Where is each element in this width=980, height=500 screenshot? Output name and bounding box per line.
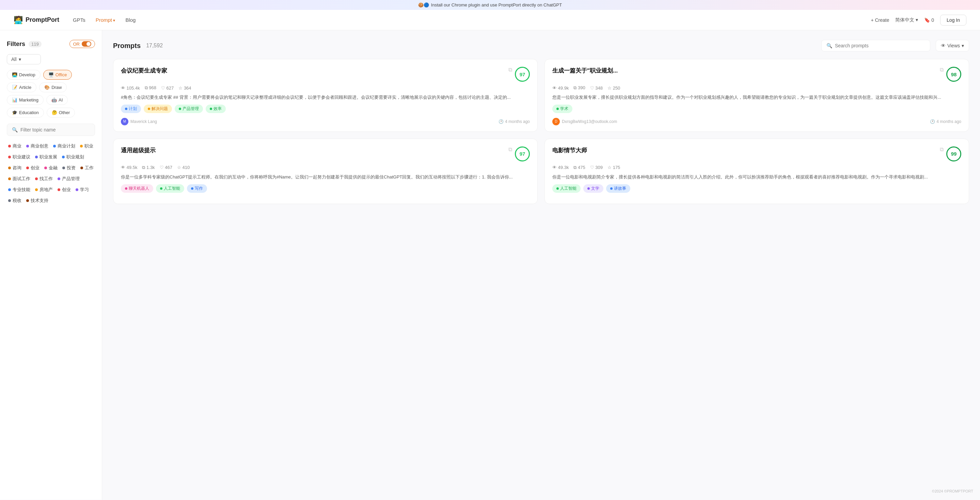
topic-tag[interactable]: 金融 bbox=[43, 164, 59, 172]
prompt-card[interactable]: 电影情节大师 ⧉ 99 👁 49.3k ⧉ 475 ♡ 309 ☆ 175 你是… bbox=[544, 139, 969, 204]
score-circle: 97 bbox=[515, 67, 530, 82]
views-stat: 👁 49.9k bbox=[552, 85, 569, 91]
nav-blog[interactable]: Blog bbox=[125, 16, 135, 24]
card-tag[interactable]: 产品管理 bbox=[175, 105, 203, 113]
other-icon: 🤔 bbox=[52, 110, 57, 115]
copies-stat: ⧉ 390 bbox=[573, 85, 585, 91]
card-desc: 你是一位电影和电视剧简介专家，擅长提供各种电影和电视剧的简洁而引人入胜的介绍。此… bbox=[552, 174, 961, 181]
card-desc: #角色：会议纪要生成专家 ## 背景：用户需要将会议的笔记和聊天记录整理成详细的… bbox=[121, 94, 530, 101]
search-input[interactable] bbox=[835, 43, 925, 48]
topic-tag[interactable]: 房地产 bbox=[34, 186, 54, 194]
topic-tag[interactable]: 商业创意 bbox=[25, 142, 50, 150]
chip-marketing-label: Marketing bbox=[19, 97, 38, 102]
topic-tag[interactable]: 创业 bbox=[25, 164, 41, 172]
marketing-icon: 📊 bbox=[12, 97, 18, 102]
chip-office[interactable]: 🖥️ Office bbox=[43, 70, 72, 80]
chip-ai[interactable]: 🤖 AI bbox=[46, 95, 68, 105]
content-header: Prompts 17,592 🔍 👁 Views ▾ bbox=[113, 40, 969, 51]
score-circle: 99 bbox=[946, 146, 961, 161]
nav-gpts[interactable]: GPTs bbox=[73, 16, 86, 24]
topic-search-container[interactable]: 🔍 bbox=[7, 124, 95, 136]
card-time: 🕐 4 months ago bbox=[498, 119, 530, 124]
chip-article[interactable]: 📝 Article bbox=[7, 83, 37, 92]
card-tag[interactable]: 效率 bbox=[206, 105, 226, 113]
or-toggle[interactable]: OR bbox=[70, 40, 95, 48]
chip-develop[interactable]: 🧑‍💻 Develop bbox=[7, 70, 41, 80]
topic-tag[interactable]: 面试工作 bbox=[7, 175, 32, 183]
card-header: 电影情节大师 ⧉ 99 bbox=[552, 146, 961, 161]
card-header: 会议纪要生成专家 ⧉ 97 bbox=[121, 67, 530, 82]
prompt-card[interactable]: 生成一篇关于"职业规划... ⧉ 98 👁 49.9k ⧉ 390 ♡ 348 … bbox=[544, 59, 969, 132]
chip-other-label: Other bbox=[59, 110, 70, 115]
topic-tag[interactable]: 职业发展 bbox=[34, 153, 59, 161]
logo[interactable]: 🧑‍💻 PromptPort bbox=[14, 16, 59, 24]
topic-tag[interactable]: 学习 bbox=[74, 186, 90, 194]
login-button[interactable]: Log In bbox=[940, 14, 966, 25]
card-tag[interactable]: 人工智能 bbox=[552, 184, 581, 193]
card-time: 🕐 4 months ago bbox=[930, 119, 961, 124]
card-tag[interactable]: 学术 bbox=[552, 105, 573, 113]
bookmark-button[interactable]: 🔖 0 bbox=[924, 18, 934, 23]
copy-icon[interactable]: ⧉ bbox=[508, 146, 512, 153]
search-bar[interactable]: 🔍 bbox=[821, 40, 930, 51]
all-select-dropdown[interactable]: All ▾ bbox=[7, 54, 41, 64]
card-tag[interactable]: 解决问题 bbox=[144, 105, 172, 113]
card-stats: 👁 105.4k ⧉ 968 ♡ 627 ☆ 364 bbox=[121, 85, 530, 91]
card-tag[interactable]: 讲故事 bbox=[606, 184, 630, 193]
likes-stat: ♡ 348 bbox=[590, 85, 603, 91]
card-tag[interactable]: 计划 bbox=[121, 105, 141, 113]
topic-filter-input[interactable] bbox=[21, 127, 90, 132]
likes-stat: ♡ 467 bbox=[160, 165, 172, 170]
prompts-title: Prompts bbox=[113, 42, 141, 50]
copies-stat: ⧉ 968 bbox=[145, 85, 156, 91]
card-desc: 您是一位职业发展专家，擅长提供职业规划方面的指导和建议。作为一个对职业规划感兴趣… bbox=[552, 94, 961, 101]
topic-tag[interactable]: 专业技能 bbox=[7, 186, 32, 194]
topic-tag[interactable]: 税收 bbox=[7, 196, 23, 205]
topic-tag[interactable]: 职业建议 bbox=[7, 153, 32, 161]
card-tag[interactable]: 人工智能 bbox=[156, 184, 184, 193]
chevron-down-icon: ▾ bbox=[962, 43, 964, 48]
score-circle: 98 bbox=[946, 67, 961, 82]
navbar-right: + Create 简体中文 ▾ 🔖 0 Log In bbox=[871, 14, 966, 25]
topic-tag[interactable]: 职业规划 bbox=[60, 153, 86, 161]
topic-tag[interactable]: 咨询 bbox=[7, 164, 23, 172]
topic-tag[interactable]: 创业 bbox=[56, 186, 72, 194]
views-button[interactable]: 👁 Views ▾ bbox=[936, 40, 969, 51]
logo-text: PromptPort bbox=[25, 16, 59, 24]
card-tag[interactable]: 写作 bbox=[187, 184, 207, 193]
chip-education[interactable]: 🎓 Education bbox=[7, 108, 44, 118]
topic-tag[interactable]: 商业 bbox=[7, 142, 23, 150]
toggle-switch[interactable] bbox=[82, 41, 91, 47]
topic-tag[interactable]: 产品管理 bbox=[56, 175, 81, 183]
logo-icon: 🧑‍💻 bbox=[14, 16, 23, 24]
topic-tag[interactable]: 投资 bbox=[61, 164, 77, 172]
chip-other[interactable]: 🤔 Other bbox=[47, 108, 75, 118]
draw-icon: 🎨 bbox=[44, 85, 50, 90]
chip-education-label: Education bbox=[19, 110, 39, 115]
develop-icon: 🧑‍💻 bbox=[12, 72, 18, 77]
card-tags: 计划 解决问题 产品管理 效率 bbox=[121, 105, 530, 113]
topic-tag[interactable]: 工作 bbox=[79, 164, 95, 172]
card-tags: 人工智能 文学 讲故事 bbox=[552, 184, 961, 193]
prompt-card[interactable]: 通用超级提示 ⧉ 97 👁 49.5k ⧉ 1.3k ♡ 467 ☆ 410 你… bbox=[113, 139, 538, 204]
topic-tag[interactable]: 商业计划 bbox=[52, 142, 76, 150]
prompt-card[interactable]: 会议纪要生成专家 ⧉ 97 👁 105.4k ⧉ 968 ♡ 627 ☆ 364… bbox=[113, 59, 538, 132]
card-tag[interactable]: 文学 bbox=[583, 184, 603, 193]
filter-count: 119 bbox=[29, 41, 41, 47]
topic-tag[interactable]: 职业 bbox=[79, 142, 95, 150]
search-icon: 🔍 bbox=[826, 43, 832, 48]
clock-icon: 🕐 bbox=[498, 119, 504, 124]
create-button[interactable]: + Create bbox=[871, 18, 889, 23]
card-tag[interactable]: 聊天机器人 bbox=[121, 184, 153, 193]
copy-icon[interactable]: ⧉ bbox=[508, 67, 512, 73]
topic-tag[interactable]: 技术支持 bbox=[25, 196, 50, 205]
nav-prompt[interactable]: Prompt bbox=[96, 16, 115, 24]
language-button[interactable]: 简体中文 ▾ bbox=[895, 17, 918, 23]
card-stats: 👁 49.5k ⧉ 1.3k ♡ 467 ☆ 410 bbox=[121, 165, 530, 170]
clock-icon: 🕐 bbox=[930, 119, 935, 124]
copy-icon[interactable]: ⧉ bbox=[940, 67, 943, 73]
topic-tag[interactable]: 找工作 bbox=[34, 175, 54, 183]
chip-draw[interactable]: 🎨 Draw bbox=[39, 83, 67, 92]
copy-icon[interactable]: ⧉ bbox=[940, 146, 943, 153]
chip-marketing[interactable]: 📊 Marketing bbox=[7, 95, 44, 105]
